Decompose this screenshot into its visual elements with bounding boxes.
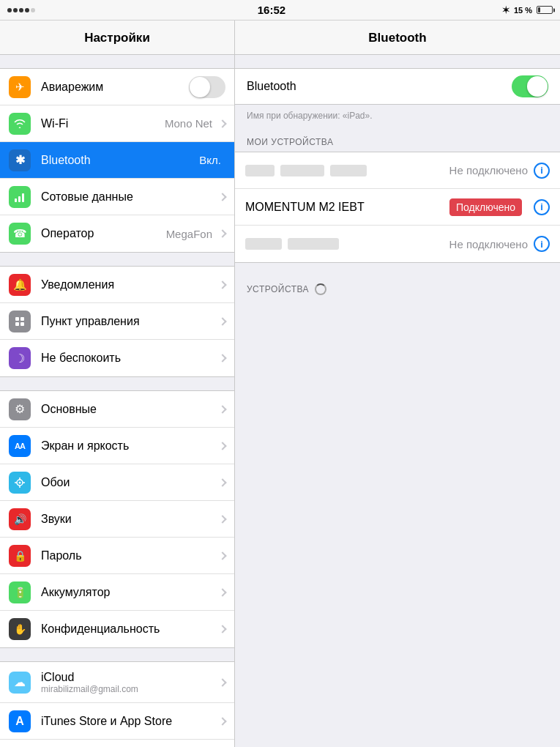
notifications-chevron (218, 280, 226, 289)
privacy-icon: ✋ (9, 618, 31, 640)
device-info-button-3[interactable]: i (534, 236, 550, 252)
icloud-sublabel: mirabilizmail@gmail.com (41, 684, 217, 694)
battery-label: Аккумулятор (41, 586, 217, 599)
donotdisturb-icon: ☽ (9, 347, 31, 369)
sidebar-item-cellular[interactable]: Сотовые данные (0, 179, 234, 215)
notifications-label: Уведомления (41, 278, 217, 291)
phone-icon: ☎ (9, 223, 31, 245)
bt-toggle-knob (527, 76, 548, 97)
display-label: Экран и яркость (41, 439, 217, 453)
sidebar-item-itunes[interactable]: A iTunes Store и App Store (0, 703, 234, 740)
device-placeholder-1 (245, 165, 449, 176)
icloud-icon: ☁ (9, 672, 31, 694)
cellular-icon (9, 186, 31, 208)
operator-label: Оператор (41, 227, 166, 240)
svg-rect-4 (20, 317, 24, 321)
sidebar-item-sounds[interactable]: 🔊 Звуки (0, 501, 234, 538)
my-devices-label: МОИ УСТРОЙСТВА (235, 131, 560, 152)
sidebar-item-operator[interactable]: ☎ Оператор MegaFon (0, 215, 234, 252)
sidebar-item-wallpaper[interactable]: Обои (0, 464, 234, 501)
privacy-chevron (218, 625, 226, 633)
notifications-icon: 🔔 (9, 274, 31, 296)
battery-percent: 15 % (514, 6, 532, 15)
battery-chevron (218, 588, 226, 596)
placeholder-bar (280, 165, 324, 176)
settings-panel: Настройки ✈ Авиарежим (0, 21, 234, 747)
bt-device-row-3[interactable]: Не подключено i (235, 226, 560, 262)
privacy-label: Конфиденциальность (41, 622, 217, 636)
wifi-chevron (218, 119, 226, 127)
svg-rect-1 (18, 196, 20, 202)
sidebar-item-bluetooth[interactable]: ✱ Bluetooth Вкл. (0, 142, 234, 179)
wifi-label: Wi-Fi (41, 117, 165, 130)
bt-device-row[interactable]: Не подключено i (235, 152, 560, 189)
sidebar-item-notifications[interactable]: 🔔 Уведомления (0, 267, 234, 303)
settings-group-accounts: ☁ iCloud mirabilizmail@gmail.com A iTune… (0, 661, 234, 747)
svg-rect-2 (22, 193, 24, 202)
bt-toggle-row: Bluetooth (235, 68, 560, 105)
bt-discovery-text: Имя при обнаружении: «iPad». (235, 108, 560, 131)
svg-point-8 (19, 481, 21, 483)
general-chevron (218, 405, 226, 413)
placeholder-bar (288, 238, 339, 250)
device-info-button-momentum[interactable]: i (534, 199, 550, 215)
my-devices-list: Не подключено i MOMENTUM M2 IEBT Подключ… (235, 152, 560, 263)
sidebar-item-passcode[interactable]: 🔒 Пароль (0, 538, 234, 574)
bt-spinner (315, 283, 326, 295)
bt-device-row-momentum[interactable]: MOMENTUM M2 IEBT Подключено i (235, 189, 560, 226)
control-chevron (218, 317, 226, 325)
sidebar-item-wifi[interactable]: Wi-Fi Mono Net (0, 105, 234, 142)
sidebar-item-display[interactable]: AA Экран и яркость (0, 428, 234, 464)
wallpaper-label: Обои (41, 476, 217, 489)
sidebar-item-airplane[interactable]: ✈ Авиарежим (0, 69, 234, 105)
bluetooth-value: Вкл. (199, 154, 221, 166)
sidebar-item-battery[interactable]: 🔋 Аккумулятор (0, 574, 234, 611)
passcode-label: Пароль (41, 549, 217, 562)
battery-icon (537, 6, 553, 14)
bt-toggle[interactable] (512, 75, 548, 97)
placeholder-bar (245, 165, 275, 176)
placeholder-bar (330, 165, 367, 176)
device-name-momentum: MOMENTUM M2 IEBT (245, 201, 449, 214)
settings-group-preferences: ⚙ Основные AA Экран и яркость (0, 390, 234, 648)
bluetooth-title: Bluetooth (235, 21, 560, 55)
bt-toggle-label: Bluetooth (247, 80, 512, 93)
sidebar-item-privacy[interactable]: ✋ Конфиденциальность (0, 611, 234, 647)
control-label: Пункт управления (41, 315, 217, 328)
operator-value: MegaFon (166, 228, 212, 240)
general-icon: ⚙ (9, 398, 31, 420)
bluetooth-status-icon: ✶ (502, 5, 509, 15)
bluetooth-icon: ✱ (9, 149, 31, 171)
airplane-label: Авиарежим (41, 81, 189, 94)
sounds-chevron (218, 515, 226, 523)
cellular-label: Сотовые данные (41, 190, 217, 204)
main-layout: Настройки ✈ Авиарежим (0, 21, 560, 747)
passcode-icon: 🔒 (9, 545, 31, 567)
svg-rect-3 (15, 317, 19, 321)
device-info-button[interactable]: i (534, 163, 550, 179)
operator-chevron (218, 229, 226, 237)
icloud-label: iCloud (41, 671, 217, 684)
bluetooth-label: Bluetooth (41, 154, 199, 167)
my-devices-section: МОИ УСТРОЙСТВА Не подключено i (235, 131, 560, 263)
sidebar-item-mail[interactable]: ✉ Почта, адреса, календари (0, 740, 234, 747)
itunes-icon: A (9, 710, 31, 732)
cellular-chevron (218, 193, 226, 201)
settings-group-connectivity: ✈ Авиарежим Wi-Fi Mono Net (0, 68, 234, 253)
placeholder-bar (245, 238, 282, 250)
bt-searching-section: УСТРОЙСТВА (235, 276, 560, 302)
sidebar-item-donotdisturb[interactable]: ☽ Не беспокоить (0, 340, 234, 376)
device-status-3: Не подключено (449, 238, 528, 250)
device-status-momentum: Подключено (449, 198, 522, 216)
sidebar-item-control-center[interactable]: Пункт управления (0, 303, 234, 340)
status-time: 16:52 (258, 4, 285, 16)
donotdisturb-label: Не беспокоить (41, 352, 217, 365)
svg-rect-0 (15, 198, 17, 202)
sidebar-item-icloud[interactable]: ☁ iCloud mirabilizmail@gmail.com (0, 662, 234, 703)
sidebar-item-general[interactable]: ⚙ Основные (0, 391, 234, 428)
wifi-icon (9, 113, 31, 135)
donotdisturb-chevron (218, 354, 226, 362)
status-right: ✶ 15 % (502, 5, 553, 15)
airplane-toggle[interactable] (189, 76, 225, 98)
wifi-value: Mono Net (165, 117, 212, 130)
